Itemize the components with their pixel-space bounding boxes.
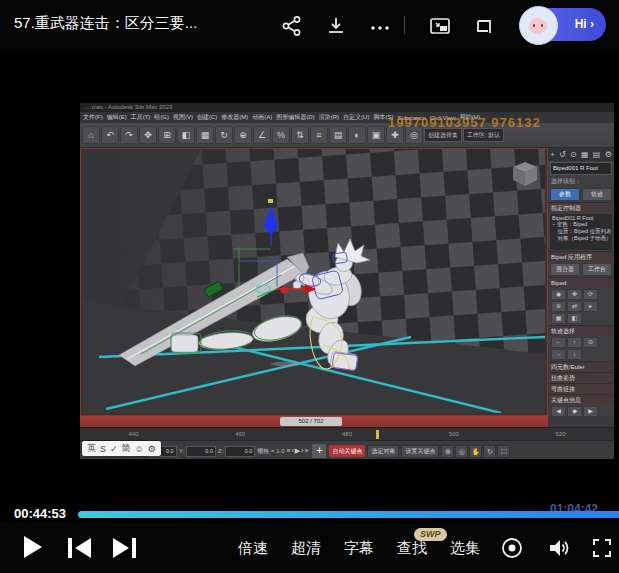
toolbar-icon[interactable]: ∠ bbox=[253, 126, 271, 144]
apps-button[interactable]: 工作台 bbox=[582, 263, 612, 276]
ime-icon[interactable]: 简 bbox=[122, 442, 131, 455]
track-selection-icon[interactable]: ↑ bbox=[567, 337, 582, 348]
add-time-tag-button[interactable]: + bbox=[311, 443, 327, 459]
menu-item[interactable]: 组(G) bbox=[154, 113, 169, 122]
panel-tab-icon[interactable]: ⊙ bbox=[570, 150, 577, 159]
tree-node[interactable]: 位置：Biped 位置列表 bbox=[552, 228, 610, 235]
menu-item[interactable]: 修改器(M) bbox=[221, 113, 248, 122]
biped-mode-icon[interactable]: ⇄ bbox=[567, 301, 582, 312]
panel-tab-icon[interactable]: + bbox=[550, 150, 555, 159]
panel-tab-icon[interactable]: ▤ bbox=[593, 150, 601, 159]
rollout-key-info[interactable]: 关键点信息 bbox=[548, 394, 614, 405]
more-options-icon[interactable] bbox=[368, 16, 392, 40]
rollout-twist-poses[interactable]: 扭曲姿势 bbox=[548, 372, 614, 383]
toolbar-icon[interactable]: ⊞ bbox=[158, 126, 176, 144]
fullscreen-icon[interactable] bbox=[590, 536, 614, 560]
rollout-track-selection[interactable]: 轨迹选择 bbox=[548, 325, 614, 336]
menu-item[interactable]: 渲染(R) bbox=[319, 113, 339, 122]
toolbar-icon[interactable]: ▣ bbox=[367, 126, 385, 144]
menu-item[interactable]: 工具(T) bbox=[131, 113, 151, 122]
track-selection-icon[interactable]: ← bbox=[551, 337, 566, 348]
next-episode-button[interactable] bbox=[110, 538, 136, 558]
biped-mode-icon[interactable]: ▸ bbox=[583, 301, 598, 312]
tree-node[interactable]: − 变换：Biped bbox=[552, 221, 610, 228]
screen-record-icon[interactable] bbox=[500, 536, 524, 560]
panel-tab-icon[interactable]: ↺ bbox=[559, 150, 566, 159]
menu-item[interactable]: 动画(A) bbox=[252, 113, 272, 122]
rollout-quaternion-euler[interactable]: 四元数/Euler bbox=[548, 361, 614, 372]
ime-icon[interactable]: ✓ bbox=[110, 444, 118, 454]
nav-icon[interactable]: ⛶ bbox=[497, 445, 510, 458]
menu-item[interactable]: 编辑(E) bbox=[107, 113, 127, 122]
trajectories-button[interactable]: 轨迹 bbox=[582, 188, 612, 201]
toolbar-icon[interactable]: ↶ bbox=[101, 126, 119, 144]
biped-mode-icon[interactable]: ◉ bbox=[551, 289, 566, 300]
key-info-icon[interactable]: ◆ bbox=[567, 406, 582, 416]
menu-item[interactable]: 文件(F) bbox=[83, 113, 103, 122]
object-name-field[interactable]: Biped001 R Foot bbox=[550, 162, 612, 175]
biped-mode-icon[interactable]: ▦ bbox=[551, 313, 566, 324]
selected-objects-dropdown[interactable]: 选定对象 bbox=[367, 445, 399, 458]
workspace-combo[interactable]: 工作区: 默认 bbox=[463, 128, 504, 142]
rollout-assign-controller[interactable]: 指定控制器 bbox=[548, 202, 614, 213]
key-info-icon[interactable]: ▶ bbox=[583, 406, 598, 416]
nav-icon[interactable]: ⊕ bbox=[441, 445, 454, 458]
toolbar-icon[interactable]: ◧ bbox=[177, 126, 195, 144]
toolbar-icon[interactable]: ⊕ bbox=[234, 126, 252, 144]
menu-item[interactable]: 自定义(U) bbox=[343, 113, 369, 122]
max-viewport[interactable] bbox=[80, 148, 548, 416]
subtitles-button[interactable]: 字幕 bbox=[344, 539, 374, 558]
volume-icon[interactable] bbox=[546, 536, 570, 560]
toolbar-icon[interactable]: ▦ bbox=[196, 126, 214, 144]
rollout-biped-apps[interactable]: Biped 应用程序 bbox=[548, 251, 614, 262]
parameters-button[interactable]: 参数 bbox=[550, 188, 580, 201]
ime-icon[interactable]: ☺ bbox=[135, 444, 144, 454]
selection-set-combo[interactable]: 创建选择集 bbox=[424, 128, 462, 142]
toolbar-icon[interactable]: ◐ bbox=[348, 126, 366, 144]
play-button[interactable] bbox=[24, 536, 42, 558]
assistant-hi-badge[interactable]: Hi › bbox=[522, 8, 606, 41]
set-key-button[interactable]: 设置关键点 bbox=[401, 445, 439, 458]
auto-key-button[interactable]: 自动关键点 bbox=[329, 445, 365, 457]
toolbar-icon[interactable]: ↻ bbox=[215, 126, 233, 144]
biped-mode-icon[interactable]: ≋ bbox=[551, 301, 566, 312]
key-info-icon[interactable]: ◀ bbox=[551, 406, 566, 416]
apps-button[interactable]: 混合器 bbox=[550, 263, 580, 276]
toolbar-icon[interactable]: ✥ bbox=[139, 126, 157, 144]
tree-node[interactable]: 对象（Biped 子动画） bbox=[552, 235, 610, 242]
share-icon[interactable] bbox=[280, 14, 304, 38]
download-icon[interactable] bbox=[324, 14, 348, 38]
track-selection-icon[interactable]: ↓ bbox=[567, 349, 582, 360]
toolbar-icon[interactable]: ↷ bbox=[120, 126, 138, 144]
mini-window-icon[interactable] bbox=[474, 14, 498, 38]
episodes-button[interactable]: 选集 bbox=[450, 539, 480, 558]
nav-icon[interactable]: ↻ bbox=[483, 445, 496, 458]
toolbar-icon[interactable]: ▤ bbox=[329, 126, 347, 144]
biped-mode-icon[interactable]: ⟳ bbox=[583, 289, 598, 300]
nav-icon[interactable]: ✋ bbox=[469, 445, 482, 458]
toolbar-icon[interactable]: ⇅ bbox=[291, 126, 309, 144]
time-slider-track[interactable]: 502 / 702 bbox=[80, 416, 548, 427]
panel-tab-icon[interactable]: ▦ bbox=[581, 150, 589, 159]
rollout-bend-links[interactable]: 弯曲链接 bbox=[548, 383, 614, 394]
menu-item[interactable]: 视图(V) bbox=[173, 113, 193, 122]
ime-icon[interactable]: S bbox=[100, 444, 106, 454]
playback-speed-button[interactable]: 倍速 bbox=[238, 539, 268, 558]
ime-icon[interactable]: 英 bbox=[87, 442, 96, 455]
menu-item[interactable]: 图形编辑器(D) bbox=[276, 113, 314, 122]
toolbar-icon[interactable]: ≡ bbox=[310, 126, 328, 144]
z-field[interactable]: 0.0 bbox=[225, 446, 255, 457]
time-slider-handle[interactable]: 502 / 702 bbox=[280, 417, 342, 426]
rollout-biped[interactable]: Biped bbox=[548, 277, 614, 288]
nav-icon[interactable]: ◎ bbox=[455, 445, 468, 458]
ime-icon[interactable]: ⚙ bbox=[148, 444, 156, 454]
biped-mode-icon[interactable]: ◧ bbox=[567, 313, 582, 324]
previous-episode-button[interactable] bbox=[68, 538, 94, 558]
track-selection-icon[interactable]: ⊙ bbox=[583, 337, 598, 348]
playback-buttons[interactable]: «‹▶›» bbox=[287, 447, 310, 455]
current-frame-marker[interactable] bbox=[376, 430, 379, 439]
toolbar-icon[interactable]: ⌂ bbox=[82, 126, 100, 144]
track-selection-icon[interactable]: → bbox=[551, 349, 566, 360]
quality-button[interactable]: 超清 bbox=[291, 539, 321, 558]
menu-item[interactable]: 创建(C) bbox=[197, 113, 217, 122]
